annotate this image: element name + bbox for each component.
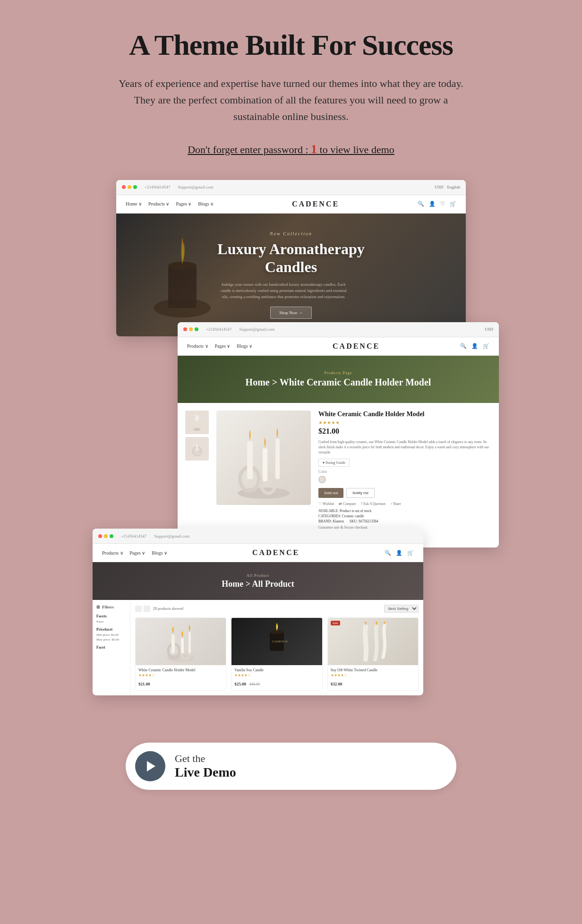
nav-blogs: Blogs ∨ — [198, 201, 214, 206]
filter-max-price: Max price: $0.00 — [96, 638, 126, 642]
action-links: ♡ Wishlist ⇄ Compare ? Ask A Question ↑ … — [318, 502, 491, 506]
get-live-demo-button[interactable]: Get the Live Demo — [126, 743, 456, 790]
product-card-3[interactable]: Sale — [327, 617, 419, 691]
cta-container: Get the Live Demo — [38, 743, 544, 790]
card-price-value-2: $25.00 — [234, 682, 246, 686]
browser-bar-3: +21456414547 Support@gmail.com — [93, 529, 423, 544]
nav-left: Home ∨ Products ∨ Pages ∨ Blogs ∨ — [126, 201, 214, 206]
sold-out-button[interactable]: Sold out — [318, 488, 343, 498]
shop-now-button[interactable]: Shop Now → — [270, 307, 312, 319]
sizing-guide[interactable]: ▾ Sizing Guide — [318, 459, 350, 467]
brand-logo-2: CADENCE — [333, 342, 380, 351]
products-page-label: Products Page — [246, 371, 431, 375]
thumb-candle-svg — [190, 413, 204, 432]
hero-desc: Indulge your senses with our handcrafted… — [217, 282, 350, 299]
product-description: Crafted from high-quality ceramic, our W… — [318, 439, 491, 455]
filter-section-1: Facets Facet — [96, 614, 126, 624]
screenshots-area: +21456414547 Support@gmail.com USD Engli… — [38, 180, 544, 696]
compare-link[interactable]: ⇄ Compare — [339, 502, 356, 506]
dot-red-2 — [183, 327, 187, 331]
card-candle-svg-3 — [354, 622, 392, 662]
hero-content: New Collection Luxury AromatherapyCandle… — [217, 231, 364, 319]
ask-question-link[interactable]: ? Ask A Question — [361, 502, 385, 506]
card-stars-2: ★★★★☆ — [234, 673, 319, 677]
card-price-2: $25.00 $46.00 — [234, 679, 319, 687]
currency-2: USD — [485, 327, 493, 332]
nav-bar-3: Products ∨ Pages ∨ Blogs ∨ CADENCE 🔍 👤 🛒 — [93, 544, 423, 562]
brand-info: BRAND: Klanten SKU: S6756213584 — [318, 519, 491, 523]
wishlist-link[interactable]: ♡ Wishlist — [318, 502, 334, 506]
product-card-2[interactable]: CADENCE Vanilla Soy Candle ★★★★☆ $25.00 … — [231, 617, 322, 691]
nav-right-icons: 🔍 👤 ♡ 🛒 — [418, 201, 456, 207]
products-grid-section: ⊞ Filters Facets Facet Pricefacet Min pr… — [93, 600, 423, 695]
screenshot-all-products: +21456414547 Support@gmail.com Products … — [93, 529, 423, 695]
brand-value: Klanten — [333, 519, 344, 523]
hero-eyebrow: New Collection — [217, 231, 364, 236]
brand-logo-1: CADENCE — [292, 200, 339, 208]
product-thumb-1[interactable] — [185, 411, 209, 434]
currency-info: USD — [435, 185, 443, 189]
grid-view-icon[interactable] — [135, 606, 142, 612]
cta-live-demo-text: Live Demo — [175, 765, 236, 780]
product-thumbnails — [185, 411, 209, 540]
cart-icon: 🛒 — [450, 201, 456, 207]
svg-rect-13 — [275, 439, 280, 479]
filter-title-1: Facets — [96, 614, 126, 618]
filter-title: Filters — [102, 605, 114, 609]
nav-products: Products ∨ — [148, 201, 170, 206]
nav-pages-2: Pages ∨ — [215, 343, 231, 349]
password-note: Don't forget enter password : 1 to view … — [188, 142, 394, 156]
all-products-hero: All Product Home > All Product — [93, 562, 423, 600]
toolbar-left: 28 products showed — [135, 606, 183, 612]
browser-info-3: +21456414547 Support@gmail.com — [121, 534, 190, 539]
notify-me-button[interactable]: Notify me — [346, 488, 375, 498]
card-candle-svg-1 — [162, 620, 200, 663]
nav-blogs-3: Blogs ∨ — [152, 550, 167, 556]
card-price-value-1: $21.00 — [138, 682, 150, 686]
nav-products-2: Products ∨ — [187, 343, 208, 349]
share-link[interactable]: ↑ Share — [390, 502, 401, 506]
product-count: 28 products showed — [153, 607, 183, 611]
list-view-icon[interactable] — [144, 606, 150, 612]
svg-rect-12 — [263, 448, 267, 481]
all-product-breadcrumb: Home > All Product — [222, 579, 294, 589]
card-price-1: $21.00 — [138, 679, 223, 687]
svg-rect-17 — [171, 634, 175, 653]
card-body-1: White Ceramic Candle Holder Model ★★★★☆ … — [136, 665, 226, 690]
wishlist-icon: ♡ — [440, 201, 445, 207]
password-suffix: to view live demo — [320, 144, 394, 155]
account-icon: 👤 — [429, 201, 436, 207]
account-icon-3: 👤 — [396, 550, 402, 556]
svg-text:CADENCE: CADENCE — [272, 640, 288, 643]
browser-dots-1 — [122, 185, 137, 189]
nav-right-2: 🔍 👤 🛒 — [460, 343, 489, 349]
categories-value: Ceramic candle — [342, 514, 364, 518]
filter-item-facets[interactable]: Facet — [96, 620, 126, 624]
product-thumb-2[interactable] — [185, 437, 209, 461]
card-title-2: Vanilla Soy Candle — [234, 668, 319, 672]
color-swatch[interactable] — [318, 476, 326, 483]
nav-home: Home ∨ — [126, 201, 142, 206]
categories-label: CATEGORIES: — [318, 514, 341, 518]
card-old-price-2: $46.00 — [249, 682, 260, 686]
sku-label: SKU: — [350, 519, 358, 523]
product-image-svg — [221, 413, 306, 503]
dot-red — [122, 185, 126, 189]
product-hero-banner: Products Page Home > White Ceramic Candl… — [178, 356, 499, 403]
browser-dots-3 — [98, 534, 113, 538]
product-stars: ★★★★★ — [318, 420, 491, 425]
view-toggle — [135, 606, 150, 612]
sort-select[interactable]: Best Selling — [384, 605, 419, 613]
screenshot-homepage: +21456414547 Support@gmail.com USD Engli… — [116, 180, 466, 336]
dot-green — [133, 185, 137, 189]
svg-rect-7 — [196, 444, 198, 451]
phone-info-3: +21456414547 — [121, 534, 147, 539]
card-candle-svg-2: CADENCE — [260, 623, 293, 660]
card-price-value-3: $32.00 — [331, 682, 342, 686]
nav-bar-2: Products ∨ Pages ∨ Blogs ∨ CADENCE 🔍 👤 🛒 — [178, 337, 499, 356]
product-card-1[interactable]: White Ceramic Candle Holder Model ★★★★☆ … — [135, 617, 226, 691]
sort-by[interactable]: Best Selling — [384, 605, 419, 613]
hero-title: Luxury AromatherapyCandles — [217, 240, 364, 276]
page-subtitle: Years of experience and expertise have t… — [111, 75, 471, 125]
brand-logo-3: CADENCE — [252, 548, 300, 557]
